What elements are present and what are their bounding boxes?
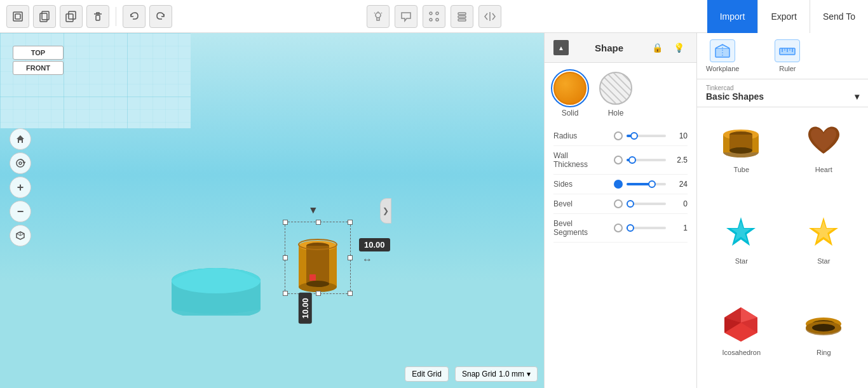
sendto-button[interactable]: Send To — [810, 0, 868, 33]
svg-rect-1 — [15, 14, 20, 19]
shape-item-ring[interactable]: Ring — [786, 297, 862, 382]
shape-item-tube[interactable]: Tube — [703, 114, 780, 199]
selection-handles: ↔ — [285, 222, 351, 294]
top-right-buttons: Import Export Send To — [707, 0, 868, 33]
shape-thumb-star-cyan — [719, 210, 764, 255]
svg-rect-0 — [13, 12, 22, 21]
shape-panel-title: Shape — [595, 43, 623, 53]
prop-slider-track-wallthickness[interactable] — [627, 159, 666, 161]
shape-item-star-cyan[interactable]: Star — [703, 205, 780, 290]
view-icons-group — [367, 5, 501, 28]
hole-label: Hole — [608, 109, 624, 117]
workplane-icon — [710, 39, 735, 62]
view-cube[interactable]: TOP FRONT — [13, 46, 64, 109]
measurement-horizontal: 10.00 — [359, 238, 390, 251]
prop-radio-radius[interactable] — [614, 131, 623, 140]
prop-radio-bevelsegments[interactable] — [614, 224, 623, 232]
layers-icon[interactable] — [451, 5, 473, 28]
prop-thumb-sides — [648, 180, 656, 188]
svg-rect-5 — [69, 11, 76, 19]
shape-item-label-tube: Tube — [733, 166, 749, 173]
redo-button[interactable] — [149, 5, 172, 28]
shape-lock-btn[interactable]: 🔒 — [649, 39, 666, 56]
mirror-icon[interactable] — [478, 5, 501, 28]
main-area: ↔ ▲ 10.00 10.00 TOP FRONT + − — [0, 33, 868, 388]
speech-icon[interactable] — [395, 5, 417, 28]
prop-slider-track-radius[interactable] — [627, 135, 666, 137]
svg-point-52 — [729, 147, 752, 154]
zoom-out-control-btn[interactable]: − — [10, 201, 31, 222]
shape-panel-collapse[interactable]: ▲ — [553, 40, 569, 55]
light-icon[interactable] — [367, 5, 390, 28]
separator-1 — [116, 7, 116, 26]
category-dropdown[interactable]: Basic Shapes ▾ — [706, 91, 859, 102]
prop-slider-bevel: 0 — [614, 199, 688, 208]
half-cylinder-object[interactable] — [165, 252, 267, 318]
new-button[interactable] — [6, 5, 29, 28]
prop-radio-wallthickness[interactable] — [614, 156, 623, 164]
library-top-controls: Workplane Ruler — [697, 33, 868, 79]
prop-slider-wallthickness: 2.5 — [614, 156, 688, 164]
shapes-library: Workplane Ruler Tinkerca — [696, 33, 868, 388]
prop-slider-sides: 24 — [614, 180, 688, 189]
shape-thumb-heart — [801, 119, 846, 163]
copy-button[interactable] — [33, 5, 56, 28]
prop-label-bevelsegments: BevelSegments — [553, 219, 614, 237]
prop-radio-bevel[interactable] — [614, 199, 623, 208]
prop-slider-track-bevelsegments[interactable] — [627, 227, 666, 229]
shape-item-heart[interactable]: Heart — [786, 114, 862, 199]
view-cube-front[interactable]: FRONT — [13, 61, 64, 75]
solid-label: Solid — [562, 109, 579, 117]
hole-option[interactable]: Hole — [599, 72, 632, 117]
shape-thumb-icosahedron — [719, 302, 764, 346]
prop-row-bevel: Bevel 0 — [553, 194, 688, 214]
shape-bulb-btn[interactable]: 💡 — [671, 39, 688, 56]
prop-slider-track-bevel[interactable] — [627, 203, 666, 205]
prop-label-wallthickness: WallThickness — [553, 151, 614, 169]
prop-value-wallthickness: 2.5 — [670, 156, 688, 164]
shape-item-icosahedron[interactable]: Icosahedron — [703, 297, 780, 382]
svg-rect-2 — [42, 11, 49, 20]
svg-point-11 — [430, 12, 432, 15]
svg-point-12 — [436, 12, 438, 15]
library-category: Tinkercad Basic Shapes ▾ — [697, 79, 868, 107]
group-icon[interactable] — [423, 5, 445, 28]
viewport[interactable]: ↔ ▲ 10.00 10.00 TOP FRONT + − — [0, 33, 544, 388]
shape-item-label-star-yellow: Star — [817, 257, 830, 265]
shape-item-star-yellow[interactable]: Star — [786, 205, 862, 290]
home-control-btn[interactable] — [10, 128, 31, 150]
viewport-controls: + − — [10, 128, 31, 246]
workplane-button[interactable]: Workplane — [706, 39, 739, 72]
prop-value-bevel: 0 — [670, 199, 688, 208]
solid-option[interactable]: Solid — [553, 72, 587, 117]
view-cube-top[interactable]: TOP — [13, 46, 64, 60]
zoom-in-control-btn[interactable]: + — [10, 177, 31, 198]
shape-panel-header: ▲ Shape 🔒 💡 — [545, 33, 696, 63]
delete-button[interactable] — [86, 5, 109, 28]
edit-grid-button[interactable]: Edit Grid — [405, 366, 449, 382]
shape-item-label-heart: Heart — [815, 166, 832, 173]
import-button[interactable]: Import — [707, 0, 758, 33]
prop-slider-radius: 10 — [614, 131, 688, 140]
prop-radio-sides[interactable] — [614, 180, 623, 189]
svg-point-13 — [430, 18, 432, 21]
prop-slider-track-sides[interactable] — [627, 183, 666, 185]
shape-thumb-tube — [719, 119, 764, 163]
prop-slider-bevelsegments: 1 — [614, 224, 688, 232]
export-button[interactable]: Export — [757, 0, 810, 33]
ruler-icon — [775, 39, 800, 62]
snap-grid-chevron: ▾ — [527, 370, 531, 378]
prop-value-sides: 24 — [670, 180, 688, 189]
collapse-handle[interactable]: ❯ — [380, 198, 391, 224]
category-name-text: Basic Shapes — [706, 91, 764, 102]
prop-thumb-wallthickness — [628, 156, 636, 164]
shape-item-label-ring: Ring — [817, 349, 831, 356]
svg-line-9 — [381, 13, 382, 13]
cube-control-btn[interactable] — [10, 225, 31, 246]
undo-button[interactable] — [123, 5, 146, 28]
duplicate-button[interactable] — [60, 5, 83, 28]
rotate-control-btn[interactable] — [10, 152, 31, 174]
ruler-button[interactable]: Ruler — [775, 39, 800, 72]
snap-grid-control[interactable]: Snap Grid 1.0 mm ▾ — [455, 366, 538, 382]
arrow-pointer: ▲ — [308, 205, 318, 217]
